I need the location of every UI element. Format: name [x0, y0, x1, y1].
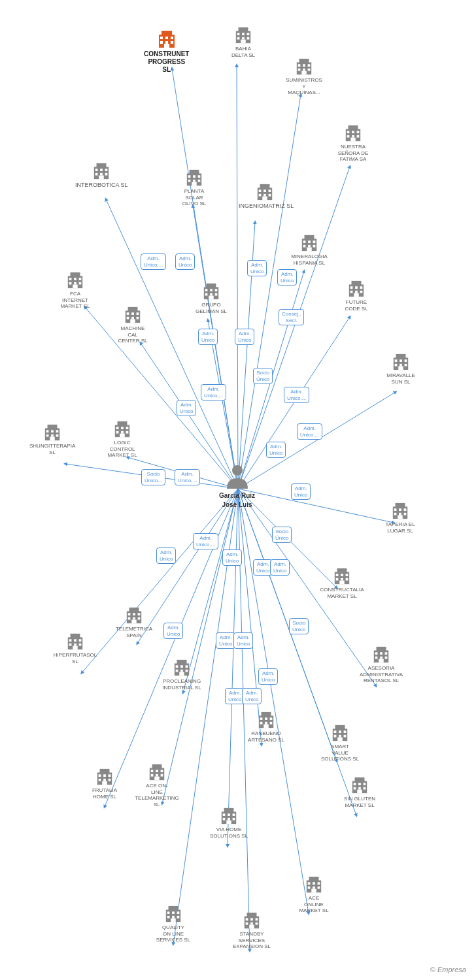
node-procleaning[interactable]: PROCLEANINGINDUSTRIAL SL [159, 659, 205, 691]
role-badge-22[interactable]: Adm.Unico [258, 668, 278, 685]
node-asesoria[interactable]: ASESORIAADMINISTRATIVARENTASOL SL [358, 645, 404, 684]
node-label-ranbueno: RANBUENOARTESANO SL [243, 730, 289, 743]
role-badge-16[interactable]: Adm.Unico [222, 549, 242, 566]
role-badge-4[interactable]: Adm.Unico [277, 269, 297, 286]
role-badge-21[interactable]: Adm.Unico [233, 632, 253, 649]
node-hiperfrutasol[interactable]: HIPERFRUTASOLSL [52, 632, 98, 664]
node-future[interactable]: FUTURECODE SL [333, 280, 379, 312]
role-badge-5[interactable]: Adm.Unico [198, 329, 218, 345]
node-nuestra[interactable]: NUESTRASEÑORA DEFATIMA SA [330, 124, 376, 163]
node-bahia[interactable]: BAHIADELTA SL [220, 26, 266, 58]
node-fca[interactable]: FCAINTERNETMARKET SL [52, 271, 98, 310]
node-smart[interactable]: SMARTVALUESOLUTIONS SL [317, 724, 363, 762]
building-icon-bahia [234, 26, 252, 44]
role-badge-consej[interactable]: Consej..Secr. [279, 309, 304, 325]
role-badge-18[interactable]: Adm.Unico [270, 559, 290, 576]
svg-line-3 [238, 167, 350, 489]
node-ace-online[interactable]: ACE ON-LINETELEMARKETING SL [134, 763, 180, 808]
svg-rect-86 [260, 184, 270, 189]
svg-rect-46 [242, 37, 245, 40]
svg-rect-216 [176, 670, 178, 672]
node-standby[interactable]: STANDBYSERVICESEXPANSION SL [229, 911, 275, 950]
node-logic[interactable]: LOGICCONTROLMARKET SL [99, 420, 145, 459]
role-badge-socio3[interactable]: SocioÚnico [272, 527, 292, 543]
svg-rect-123 [205, 289, 208, 291]
svg-rect-113 [128, 307, 138, 312]
node-ingeniomatriz[interactable]: INGENIOMATRIZ SL [239, 183, 291, 210]
role-badge-12[interactable]: Adm.Unico,... [175, 469, 200, 485]
svg-rect-287 [177, 911, 180, 914]
svg-rect-38 [171, 41, 173, 44]
role-badge-socio2[interactable]: SocioÚnico... [141, 469, 165, 485]
svg-rect-117 [127, 317, 129, 319]
svg-rect-45 [237, 37, 240, 40]
role-badge-10[interactable]: Adm.Unico,... [297, 423, 322, 440]
node-mineralogia[interactable]: MINERALOGIAHISPANIA SL [286, 234, 332, 266]
svg-rect-142 [400, 359, 402, 362]
svg-rect-173 [404, 513, 407, 515]
node-suministros[interactable]: SUMINISTROSYMAQUINAS... [281, 57, 327, 96]
building-icon-quality [164, 905, 182, 923]
node-constructalia[interactable]: CONSTRUCTALIAMARKET SL [319, 567, 365, 599]
center-person[interactable]: Garcia Ruiz Jose Luis [219, 464, 255, 508]
role-badge-3[interactable]: Adm.Unico [247, 260, 267, 276]
node-construnet[interactable]: CONSTRUNETPROGRESSSL [144, 29, 189, 74]
svg-rect-56 [308, 69, 311, 71]
svg-rect-295 [250, 918, 253, 921]
node-label-ingeniomatriz: INGENIOMATRIZ SL [239, 203, 291, 210]
node-frutalia[interactable]: FRUTALIAHOME SL [82, 768, 128, 800]
svg-rect-176 [337, 568, 347, 573]
node-grupo[interactable]: GRUPOGELIMAN SL [188, 282, 234, 314]
node-interobotica[interactable]: INTEROBOTICA SL [75, 162, 128, 189]
svg-rect-110 [79, 282, 82, 285]
svg-rect-136 [355, 291, 358, 293]
svg-rect-65 [357, 135, 360, 138]
role-badge-socio4[interactable]: SocioÚnico [289, 618, 309, 634]
network-graph: Garcia Ruiz Jose Luis CONSTRUNETPROGRESS… [0, 0, 476, 980]
svg-rect-93 [262, 197, 267, 201]
center-person-name: Garcia Ruiz [219, 492, 255, 499]
node-telemetrica[interactable]: TELEMETRICASPAIN [111, 606, 157, 638]
building-icon-frutalia [95, 768, 114, 786]
role-badge-11[interactable]: Adm.Unico [266, 442, 286, 458]
role-badge-14[interactable]: Adm.Unico,... [193, 533, 218, 549]
role-badge-9[interactable]: Adm.Unico [177, 400, 196, 416]
building-icon-procleaning [173, 659, 191, 677]
node-ranbueno[interactable]: RANBUENOARTESANO SL [243, 711, 289, 743]
role-badge-19[interactable]: Adm.Unico [163, 623, 183, 639]
svg-rect-262 [228, 818, 230, 821]
node-machine[interactable]: MACHINECALCENTER SL [110, 306, 156, 344]
role-badge-7[interactable]: Adm.Unico,... [201, 384, 226, 400]
role-badge-8[interactable]: Adm.Unico,... [284, 387, 309, 403]
svg-rect-120 [130, 319, 135, 323]
role-badge-socio1[interactable]: SocioÚnico [253, 368, 273, 384]
svg-rect-282 [311, 889, 316, 893]
svg-rect-177 [336, 574, 339, 576]
svg-line-18 [82, 489, 238, 673]
svg-rect-152 [126, 427, 129, 429]
role-badge-24[interactable]: Adm.Unico [242, 688, 262, 704]
role-badge-13[interactable]: Adm.Unico [291, 483, 311, 500]
building-icon-suministros [295, 57, 313, 76]
role-badge-1[interactable]: Adm.Unico,... [141, 253, 166, 270]
svg-rect-206 [138, 613, 141, 615]
node-label-fca: FCAINTERNETMARKET SL [52, 291, 98, 310]
node-miravalle[interactable]: MIRAVALLESUN SL [378, 353, 424, 385]
node-planta[interactable]: PLANTASOLAROLIVO SL [171, 169, 217, 207]
node-sin-gluten[interactable]: SIN GLUTENMARKET SL [337, 776, 382, 808]
node-ace-market[interactable]: ACEONLINEMARKET SL [291, 875, 337, 914]
role-badge-6[interactable]: Adm.Unico [235, 329, 254, 345]
node-via-home[interactable]: VIA HOMESOLUTIONS SL [206, 807, 252, 839]
node-shungitterapia[interactable]: SHUNGITTERAPIASL [29, 423, 75, 455]
node-quality[interactable]: QUALITYON LINESERVICES SL [150, 905, 196, 943]
svg-rect-52 [303, 64, 305, 67]
role-badge-20[interactable]: Adm.Unico [216, 632, 235, 649]
role-badge-2[interactable]: Adm.Unico [175, 253, 195, 270]
role-badge-15[interactable]: Adm.Unico [156, 547, 176, 564]
node-taperia[interactable]: TAPERIA ELLUGAR SL [377, 502, 423, 534]
svg-rect-68 [97, 163, 107, 168]
svg-rect-163 [51, 434, 54, 437]
svg-line-5 [193, 206, 238, 489]
building-icon-machine [124, 306, 142, 324]
svg-rect-129 [209, 296, 213, 300]
